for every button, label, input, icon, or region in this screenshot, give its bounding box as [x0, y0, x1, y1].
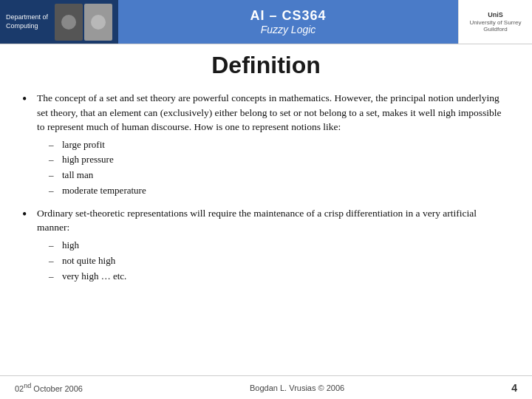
main-content: Definition • The concept of a set and se…: [0, 44, 532, 299]
sub-item-1-1: – large profit: [49, 137, 510, 153]
bullet-dot-2: •: [22, 206, 37, 223]
footer-author: Bogdan L. Vrusias © 2006: [250, 383, 344, 392]
dept-text: Department of Computing: [6, 13, 50, 30]
footer: 02nd October 2006 Bogdan L. Vrusias © 20…: [0, 375, 532, 399]
sub-list-1: – large profit – high pressure – tall ma…: [49, 137, 510, 199]
course-subtitle: Fuzzy Logic: [261, 24, 316, 35]
footer-page-number: 4: [511, 382, 517, 394]
uni-logo-top: UniS: [488, 11, 503, 19]
bullet-section-2: • Ordinary set-theoretic representations…: [22, 206, 510, 284]
bullet-dot-1: •: [22, 91, 37, 108]
dept-logo: Department of Computing: [6, 13, 50, 30]
course-title: AI – CS364: [250, 8, 326, 24]
header: Department of Computing AI – CS364 Fuzzy…: [0, 0, 532, 44]
photo-2: [84, 4, 112, 41]
sub-item-2-3: – very high … etc.: [49, 269, 510, 284]
sub-list-2: – high – not quite high – very high … et…: [49, 238, 510, 284]
header-center: AI – CS364 Fuzzy Logic: [118, 0, 458, 44]
sub-item-1-3: – tall man: [49, 168, 510, 183]
photo-1: [55, 4, 83, 41]
bullet-text-2: Ordinary set-theoretic representations w…: [37, 206, 510, 284]
footer-date: 02nd October 2006: [15, 382, 83, 393]
uni-text-detail2: Guildford: [483, 26, 507, 33]
bullet-item-2: • Ordinary set-theoretic representations…: [22, 206, 510, 284]
sub-item-2-1: – high: [49, 238, 510, 253]
uni-text-detail1: University of Surrey: [470, 19, 522, 26]
bullet-item-1: • The concept of a set and set theory ar…: [22, 91, 510, 199]
header-photos: [55, 4, 112, 41]
sub-item-1-4: – moderate temperature: [49, 183, 510, 199]
bullet-section-1: • The concept of a set and set theory ar…: [22, 91, 510, 199]
sub-item-2-2: – not quite high: [49, 253, 510, 269]
page-title: Definition: [22, 52, 510, 79]
sub-item-1-2: – high pressure: [49, 152, 510, 168]
header-right: UniS University of Surrey Guildford: [458, 0, 532, 44]
header-left: Department of Computing: [0, 0, 118, 44]
bullet-text-1: The concept of a set and set theory are …: [37, 91, 510, 199]
